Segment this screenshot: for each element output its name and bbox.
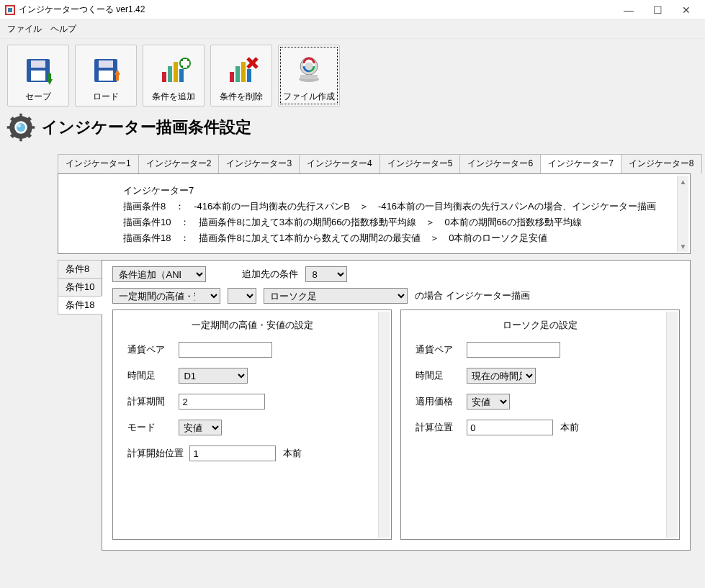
tab-indicator-6[interactable]: インジケーター6 xyxy=(459,154,541,173)
right-pane-scrollbar[interactable] xyxy=(666,312,678,538)
left-mode-select[interactable]: 安値 xyxy=(179,420,222,435)
right-settings-pane: ローソク足の設定 通貨ペア 時間足 現在の時間足 適用価格 xyxy=(400,309,680,540)
svg-rect-21 xyxy=(235,66,240,82)
section-title: インジケーター描画条件設定 xyxy=(42,117,251,138)
left-period-label: 計算期間 xyxy=(127,395,174,408)
tab-indicator-7[interactable]: インジケーター7 xyxy=(540,154,621,173)
scroll-up-icon: ▲ xyxy=(678,176,688,187)
condition-subtabs: 条件8 条件10 条件18 xyxy=(58,260,102,551)
svg-rect-33 xyxy=(7,126,12,129)
left-startpos-input[interactable] xyxy=(189,445,276,461)
toolbar-make-file-label: ファイル作成 xyxy=(283,91,335,103)
left-settings-pane: 一定期間の高値・安値の設定 通貨ペア 時間足 D1 計算期間 xyxy=(112,309,392,540)
right-calcpos-label: 計算位置 xyxy=(416,421,462,434)
right-price-select[interactable]: 安値 xyxy=(467,394,510,410)
svg-rect-13 xyxy=(162,72,166,82)
left-startpos-suffix: 本前 xyxy=(283,447,302,460)
svg-rect-5 xyxy=(31,71,45,81)
bars-x-icon xyxy=(221,50,261,91)
toolbar-save[interactable]: セーブ xyxy=(7,45,69,107)
load-icon xyxy=(86,50,126,91)
tab-indicator-1[interactable]: インジケーター1 xyxy=(58,154,139,173)
svg-rect-31 xyxy=(19,114,22,119)
indicator-tabs: インジケーター1 インジケーター2 インジケーター3 インジケーター4 インジケ… xyxy=(58,154,705,173)
svg-rect-32 xyxy=(19,136,22,141)
svg-rect-15 xyxy=(174,62,178,82)
app-icon xyxy=(4,4,16,16)
svg-rect-10 xyxy=(99,71,113,81)
svg-rect-19 xyxy=(181,61,189,65)
tab-indicator-8[interactable]: インジケーター8 xyxy=(621,154,702,173)
svg-rect-23 xyxy=(247,69,251,82)
svg-rect-29 xyxy=(300,75,318,79)
left-pair-label: 通貨ペア xyxy=(127,343,174,356)
maximize-button[interactable]: ☐ xyxy=(643,1,672,19)
left-timeframe-label: 時間足 xyxy=(127,369,174,382)
file-gear-icon xyxy=(289,50,329,91)
left-pane-scrollbar[interactable] xyxy=(378,312,390,538)
toolbar-load-label: ロード xyxy=(93,91,119,103)
toolbar-delete-condition[interactable]: 条件を削除 xyxy=(210,45,272,107)
bars-plus-icon xyxy=(153,50,194,91)
tab-indicator-3[interactable]: インジケーター3 xyxy=(218,154,300,173)
section-header: インジケーター描画条件設定 xyxy=(0,112,705,147)
right-timeframe-select[interactable]: 現在の時間足 xyxy=(467,368,536,384)
tab-indicator-2[interactable]: インジケーター2 xyxy=(138,154,220,173)
description-scrollbar[interactable]: ▲ ▼ xyxy=(677,176,688,252)
toolbar-add-condition[interactable]: 条件を追加 xyxy=(143,45,205,107)
menu-file[interactable]: ファイル xyxy=(4,22,45,37)
svg-rect-7 xyxy=(48,73,51,80)
minimize-button[interactable]: — xyxy=(614,1,643,19)
operator-select[interactable]: ＞ xyxy=(228,288,256,304)
left-mode-label: モード xyxy=(127,421,174,434)
left-pane-title: 一定期間の高値・安値の設定 xyxy=(127,319,377,332)
subtab-cond-8[interactable]: 条件8 xyxy=(58,260,102,279)
subtab-cond-18[interactable]: 条件18 xyxy=(58,296,102,315)
svg-rect-4 xyxy=(31,60,45,68)
left-startpos-label: 計算開始位置 xyxy=(127,447,185,460)
left-timeframe-select[interactable]: D1 xyxy=(179,368,248,384)
save-icon xyxy=(18,50,58,91)
description-title: インジケーター7 xyxy=(123,183,675,199)
svg-rect-34 xyxy=(30,126,35,129)
dest-cond-select[interactable]: 8 xyxy=(305,266,347,282)
tab-indicator-5[interactable]: インジケーター5 xyxy=(380,154,461,173)
description-line-1: 描画条件8 ： -416本前の一目均衡表の先行スパンB ＞ -416本前の一目均… xyxy=(123,199,675,214)
svg-rect-22 xyxy=(241,62,246,82)
scroll-down-icon: ▼ xyxy=(678,240,688,252)
svg-rect-12 xyxy=(116,74,119,81)
toolbar: セーブ ロード xyxy=(0,38,705,112)
menu-help[interactable]: ヘルプ xyxy=(48,22,79,37)
svg-point-41 xyxy=(17,124,21,127)
left-source-select[interactable]: 一定期間の高値・安値 xyxy=(112,288,220,304)
description-line-3: 描画条件18 ： 描画条件8に加えて1本前から数えての期間2の最安値 ＞ 0本前… xyxy=(123,230,675,246)
tab-indicator-4[interactable]: インジケーター4 xyxy=(299,154,380,173)
svg-rect-16 xyxy=(179,69,184,82)
left-period-input[interactable] xyxy=(179,394,265,410)
subtab-cond-10[interactable]: 条件10 xyxy=(58,278,102,297)
left-pair-input[interactable] xyxy=(179,342,272,358)
toolbar-delete-condition-label: 条件を削除 xyxy=(220,91,263,103)
description-box: インジケーター7 描画条件8 ： -416本前の一目均衡表の先行スパンB ＞ -… xyxy=(58,173,691,254)
right-price-label: 適用価格 xyxy=(416,395,462,408)
right-calcpos-suffix: 本前 xyxy=(560,421,579,434)
toolbar-make-file[interactable]: ファイル作成 xyxy=(278,45,340,107)
close-button[interactable]: ✕ xyxy=(672,1,701,19)
cond-add-mode-select[interactable]: 条件追加（AND） xyxy=(112,266,206,282)
titlebar: インジケーターつくーる ver1.42 — ☐ ✕ xyxy=(0,0,705,20)
right-timeframe-label: 時間足 xyxy=(416,369,462,382)
description-line-2: 描画条件10 ： 描画条件8に加えて3本前の期間66の指数移動平均線 ＞ 0本前… xyxy=(123,214,675,230)
toolbar-load[interactable]: ロード xyxy=(75,45,137,107)
toolbar-save-label: セーブ xyxy=(25,91,51,103)
svg-rect-9 xyxy=(99,60,113,68)
settings-box: 条件追加（AND） 追加先の条件 8 一定期間の高値・安値 ＞ xyxy=(102,260,691,551)
window-title: インジケーターつくーる ver1.42 xyxy=(19,4,145,16)
right-pair-input[interactable] xyxy=(467,342,560,358)
svg-rect-14 xyxy=(168,66,172,82)
right-source-select[interactable]: ローソク足 xyxy=(264,288,408,304)
svg-rect-2 xyxy=(8,8,12,12)
right-pair-label: 通貨ペア xyxy=(416,343,462,356)
window: インジケーターつくーる ver1.42 — ☐ ✕ ファイル ヘルプ セーブ xyxy=(0,0,705,551)
indicator-draw-suffix: の場合 インジケーター描画 xyxy=(415,289,530,302)
right-calcpos-input[interactable] xyxy=(467,420,553,435)
